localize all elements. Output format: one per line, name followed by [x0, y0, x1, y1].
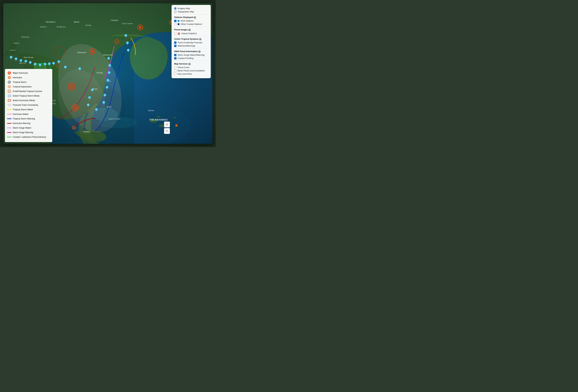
- legend-label-storm-surge-watch: Storm Surge Watch: [13, 127, 31, 129]
- legend-item-forecast-uncertainty: Forecast Track Uncertainty: [7, 103, 50, 107]
- sea-level-rise-row[interactable]: Sea Level Rise: [174, 73, 208, 75]
- nos-stations-row[interactable]: NOS Stations: [174, 20, 208, 22]
- svg-text:Tallahassee: Tallahassee: [77, 51, 86, 53]
- nws-title: NWS Flood Information ?: [174, 50, 208, 53]
- track-forecast-row[interactable]: Track & Intensity Forecast: [174, 41, 208, 44]
- legend-item-tropical-storm: Tropical Storm: [7, 80, 50, 84]
- divider-5: [174, 61, 208, 61]
- svg-point-126: [167, 124, 167, 125]
- zoom-in-icon: +: [166, 129, 168, 133]
- legend-item-coastal-flood-advisory: Coastal / Lakeshore Flood Advisory: [7, 135, 50, 139]
- coastal-flooding-row[interactable]: Coastal Flooding: [174, 57, 208, 59]
- svg-point-109: [126, 42, 129, 44]
- track-forecast-label: Track & Intensity Forecast: [178, 41, 202, 44]
- legend-item-hurricane-warning: Hurricane Warning: [7, 122, 50, 125]
- flood-inundation-row[interactable]: Minor Flood Level Inundation: [174, 69, 208, 72]
- svg-point-87: [15, 57, 17, 60]
- impact-graphics-icon: !: [178, 32, 180, 35]
- sea-level-rise-label: Sea Level Rise: [178, 73, 192, 75]
- svg-point-107: [125, 34, 127, 37]
- svg-text:D: D: [73, 127, 75, 129]
- legend-panel: Major Hurricane Hurricane: [5, 69, 52, 142]
- svg-text:Baton Rouge: Baton Rouge: [24, 56, 34, 58]
- legend-item-hurricane: Hurricane: [7, 76, 50, 79]
- watches-warnings-checkbox[interactable]: [174, 45, 176, 47]
- legend-item-post-tropical: L Post/Potential Tropical Cyclone: [7, 90, 50, 93]
- svg-point-56: [175, 124, 178, 127]
- map-container: Columbia Atlanta Birmingham Alabama Miss…: [3, 3, 212, 144]
- ats-title: Active Tropical Systems ?: [174, 38, 208, 40]
- nos-station-icon: [178, 20, 180, 22]
- legend-label-storm-surge-warning: Storm Surge Warning: [13, 131, 33, 134]
- other-stations-checkbox[interactable]: [174, 23, 176, 25]
- impact-graphics-checkbox[interactable]: [174, 32, 176, 35]
- svg-point-95: [34, 63, 36, 65]
- stations-title: Stations Displayed ?: [174, 16, 208, 19]
- legend-label-major-hurricane: Major Hurricane: [13, 72, 28, 74]
- legend-item-ts-watch: Tropical Storm Watch: [7, 108, 50, 111]
- compass-button[interactable]: [164, 122, 170, 127]
- watches-warnings-row[interactable]: Watches/Warnings: [174, 45, 208, 47]
- svg-point-111: [127, 49, 130, 51]
- svg-text:Jackson: Jackson: [13, 42, 19, 44]
- ats-help-icon[interactable]: ?: [199, 38, 201, 40]
- coastal-flooding-checkbox[interactable]: [174, 57, 176, 59]
- svg-point-83: [64, 66, 67, 68]
- map-services-help-icon[interactable]: ?: [188, 63, 191, 65]
- impact-graphics-row[interactable]: ! Impact Graphics: [174, 32, 208, 35]
- svg-point-114: [9, 73, 10, 74]
- legend-label-extent-ts-winds: Extent Tropical Storm Winds: [13, 95, 40, 97]
- svg-point-103: [52, 62, 55, 64]
- legend-label-hurricane: Hurricane: [13, 76, 22, 79]
- track-forecast-checkbox[interactable]: [174, 42, 176, 44]
- svg-point-81: [78, 67, 81, 70]
- nos-stations-checkbox[interactable]: [174, 20, 176, 22]
- sea-level-rise-checkbox[interactable]: [174, 73, 176, 75]
- svg-text:Montgomery: Montgomery: [57, 26, 66, 28]
- svg-point-45: [116, 41, 117, 42]
- map-services-title: Map Services ?: [174, 63, 208, 65]
- storm-surge-row[interactable]: Storm Surge Watch/Warning: [174, 54, 208, 56]
- svg-point-65: [106, 79, 109, 81]
- storm-surge-label: Storm Surge Watch/Warning: [178, 54, 204, 56]
- svg-text:Nassau: Nassau: [148, 109, 154, 111]
- topo-map-radio[interactable]: [174, 11, 176, 13]
- divider-2: [174, 27, 208, 27]
- imagery-map-label: Imagery Map: [178, 7, 190, 10]
- svg-point-89: [20, 59, 22, 62]
- outer-frame: Columbia Atlanta Birmingham Alabama Miss…: [0, 0, 216, 147]
- svg-text:Columbia: Columbia: [111, 19, 118, 21]
- flood-inundation-checkbox[interactable]: [174, 70, 176, 72]
- svg-text:Havana: Havana: [84, 131, 90, 133]
- svg-point-61: [108, 64, 111, 67]
- svg-text:South Carolina: South Carolina: [122, 23, 133, 24]
- legend-item-tropical-depression: D Tropical Depression: [7, 85, 50, 89]
- divider-3: [174, 36, 208, 36]
- flood-images-help-icon[interactable]: ?: [188, 29, 191, 31]
- svg-text:Straits of Florida: Straits of Florida: [108, 118, 120, 120]
- svg-point-117: [9, 82, 10, 83]
- zoom-in-button[interactable]: +: [164, 128, 170, 134]
- imagery-map-radio[interactable]: [174, 7, 176, 10]
- svg-point-99: [44, 63, 46, 65]
- map-type-imagery-row[interactable]: Imagery Map: [174, 7, 208, 10]
- svg-point-75: [88, 96, 91, 99]
- legend-label-ts-warning: Tropical Storm Warning: [13, 117, 35, 120]
- svg-point-97: [39, 63, 41, 66]
- legend-label-coastal-flood-advisory: Coastal / Lakeshore Flood Advisory: [13, 136, 46, 139]
- map-type-topo-row[interactable]: Topographic Map: [174, 10, 208, 13]
- nws-help-icon[interactable]: ?: [198, 50, 201, 53]
- cloud-cover-row[interactable]: Cloud Cover: [174, 66, 208, 69]
- legend-label-tropical-storm: Tropical Storm: [13, 81, 26, 84]
- svg-text:New Orl...: New Orl...: [19, 62, 26, 64]
- legend-label-tropical-depression: Tropical Depression: [13, 85, 32, 88]
- divider-4: [174, 48, 208, 49]
- other-coastal-stations-row[interactable]: Other Coastal Stations: [174, 23, 208, 25]
- storm-surge-checkbox[interactable]: [174, 54, 176, 56]
- stations-help-icon[interactable]: ?: [194, 16, 196, 19]
- svg-point-69: [103, 94, 106, 96]
- svg-point-59: [107, 57, 110, 60]
- legend-label-hurricane-warning: Hurricane Warning: [13, 122, 30, 125]
- cloud-cover-checkbox[interactable]: [174, 66, 176, 69]
- svg-text:Jacksonville: Jacksonville: [103, 54, 113, 56]
